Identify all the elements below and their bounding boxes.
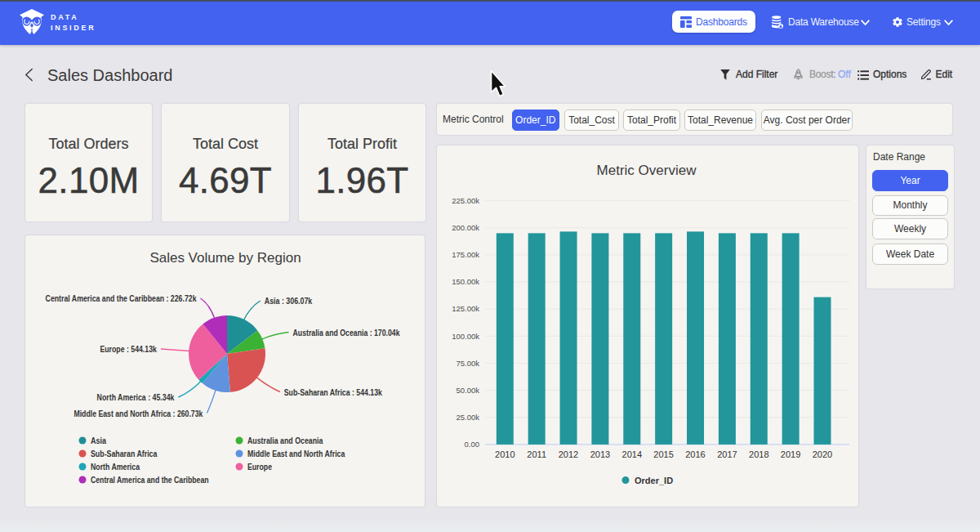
svg-text:Sales Volume by Region: Sales Volume by Region: [149, 250, 301, 266]
svg-text:2010: 2010: [495, 449, 514, 459]
svg-text:125.00k: 125.00k: [452, 304, 479, 313]
svg-text:2015: 2015: [653, 449, 673, 459]
svg-text:Asia : 306.07k: Asia : 306.07k: [265, 296, 313, 306]
svg-text:Metric Overview: Metric Overview: [597, 163, 697, 178]
svg-text:150.00k: 150.00k: [452, 277, 479, 286]
svg-text:Order_ID: Order_ID: [635, 476, 673, 485]
svg-text:2018: 2018: [749, 449, 768, 459]
svg-text:0.00: 0.00: [465, 440, 480, 449]
svg-text:50.00k: 50.00k: [456, 386, 479, 395]
svg-text:2016: 2016: [685, 449, 705, 459]
svg-text:North America : 45.34k: North America : 45.34k: [97, 392, 176, 402]
svg-text:Australia and Oceania: Australia and Oceania: [247, 436, 323, 445]
svg-text:Middle East and North Africa :: Middle East and North Africa : 260.73k: [74, 409, 203, 418]
svg-text:Central America and the Caribb: Central America and the Caribbean: [91, 475, 209, 485]
svg-text:Central America and the Caribb: Central America and the Caribbean : 226.…: [46, 293, 198, 303]
svg-text:25.00k: 25.00k: [456, 413, 479, 422]
svg-text:2017: 2017: [717, 449, 737, 459]
svg-text:Europe: Europe: [247, 462, 272, 472]
svg-text:2014: 2014: [622, 449, 642, 459]
svg-text:2020: 2020: [813, 449, 832, 459]
svg-text:2019: 2019: [781, 449, 800, 459]
svg-text:175.00k: 175.00k: [452, 250, 479, 259]
svg-text:225.00k: 225.00k: [452, 196, 479, 205]
svg-text:Middle East and North Africa: Middle East and North Africa: [247, 449, 345, 458]
svg-text:Sub-Saharan Africa : 544.13k: Sub-Saharan Africa : 544.13k: [284, 387, 383, 397]
svg-text:2011: 2011: [527, 449, 546, 459]
svg-text:2012: 2012: [559, 449, 578, 459]
svg-text:Sub-Saharan Africa: Sub-Saharan Africa: [91, 449, 158, 458]
svg-text:North America: North America: [91, 462, 140, 472]
svg-text:Australia and Oceania : 170.04: Australia and Oceania : 170.04k: [293, 328, 401, 338]
svg-text:200.00k: 200.00k: [452, 223, 479, 232]
svg-text:Asia: Asia: [91, 436, 107, 445]
svg-text:100.00k: 100.00k: [452, 332, 479, 341]
svg-text:2013: 2013: [590, 449, 610, 459]
svg-text:75.00k: 75.00k: [456, 359, 479, 368]
svg-text:Europe : 544.13k: Europe : 544.13k: [100, 344, 157, 354]
